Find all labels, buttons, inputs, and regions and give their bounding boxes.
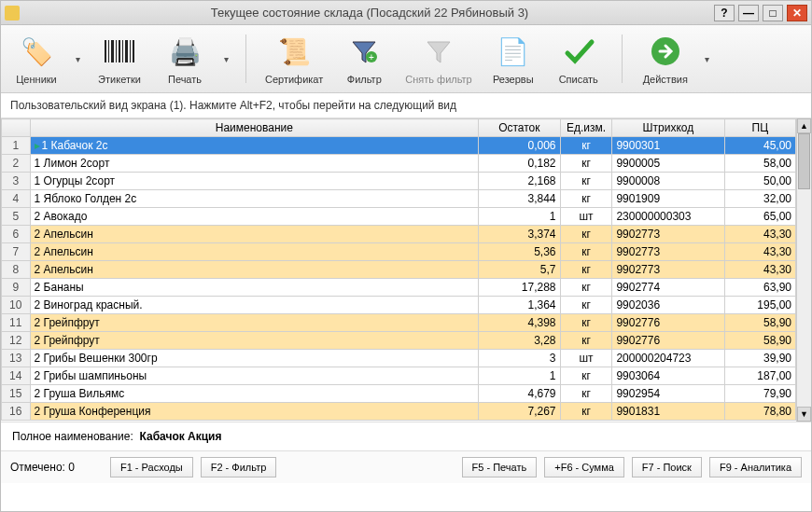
cell-barcode: 9902776 bbox=[612, 314, 724, 332]
col-barcode[interactable]: Штрихкод bbox=[612, 119, 724, 137]
cell-name: 2 Грибы Вешенки 300гр bbox=[30, 350, 479, 367]
cell-name: 2 Виноград красный. bbox=[30, 297, 479, 314]
labels-label: Этикетки bbox=[98, 74, 141, 85]
cell-pc: 39,90 bbox=[724, 350, 795, 367]
col-rownum[interactable] bbox=[2, 119, 31, 137]
reserves-button[interactable]: 📄 Резервы bbox=[485, 31, 541, 87]
fkey-bar: Отмечено: 0 F1 - Расходы F2 - Фильтр F5 … bbox=[1, 450, 811, 483]
app-icon bbox=[5, 6, 20, 21]
scroll-track[interactable] bbox=[797, 133, 811, 407]
cell-barcode: 9903064 bbox=[612, 367, 724, 385]
cell-balance: 17,288 bbox=[479, 279, 560, 297]
toolbar-separator bbox=[245, 35, 246, 83]
scroll-down-button[interactable]: ▼ bbox=[797, 407, 811, 422]
col-name[interactable]: Наименование bbox=[30, 119, 479, 137]
close-button[interactable]: ✕ bbox=[787, 5, 807, 21]
cell-unit: кг bbox=[560, 403, 612, 421]
maximize-button[interactable]: □ bbox=[763, 5, 783, 21]
cell-name: 2 Апельсин bbox=[30, 243, 479, 261]
table-row[interactable]: 72 Апельсин5,36кг990277343,30 bbox=[2, 243, 796, 261]
clear-filter-button[interactable]: Снять фильтр bbox=[401, 31, 475, 87]
f9-button[interactable]: F9 - Аналитика bbox=[709, 457, 802, 477]
col-pc[interactable]: ПЦ bbox=[724, 119, 795, 137]
actions-button[interactable]: Действия bbox=[637, 31, 693, 87]
svg-rect-8 bbox=[133, 40, 134, 62]
table-row[interactable]: 21 Лимон 2сорт0,182кг990000558,00 bbox=[2, 155, 796, 173]
scroll-thumb[interactable] bbox=[798, 133, 810, 189]
labels-button[interactable]: Этикетки bbox=[91, 31, 147, 87]
table-row[interactable]: 102 Виноград красный.1,364кг9902036195,0… bbox=[2, 297, 796, 314]
cell-name: 2 Грибы шампиньоны bbox=[30, 367, 479, 385]
col-balance[interactable]: Остаток bbox=[479, 119, 560, 137]
filter-button[interactable]: + Фильтр bbox=[336, 31, 392, 87]
actions-dropdown[interactable]: ▾ bbox=[703, 54, 711, 64]
cell-pc: 79,90 bbox=[724, 385, 795, 403]
col-unit[interactable]: Ед.изм. bbox=[560, 119, 612, 137]
table-row[interactable]: 82 Апельсин5,7кг990277343,30 bbox=[2, 261, 796, 279]
row-number: 3 bbox=[2, 173, 31, 190]
table-row[interactable]: 1▸1 Кабачок 2с0,006кг990030145,00 bbox=[2, 137, 796, 155]
cell-unit: шт bbox=[560, 208, 612, 226]
print-button[interactable]: 🖨️ Печать bbox=[157, 31, 213, 87]
cell-pc: 78,80 bbox=[724, 403, 795, 421]
f2-button[interactable]: F2 - Фильтр bbox=[201, 457, 277, 477]
table-row[interactable]: 142 Грибы шампиньоны1кг9903064187,00 bbox=[2, 367, 796, 385]
price-tags-dropdown[interactable]: ▾ bbox=[74, 54, 82, 64]
price-tags-button[interactable]: 🏷️ Ценники bbox=[8, 31, 64, 87]
cell-barcode: 9901909 bbox=[612, 190, 724, 208]
cell-balance: 4,398 bbox=[479, 314, 560, 332]
svg-rect-4 bbox=[119, 40, 120, 62]
full-name-value: Кабачок Акция bbox=[140, 430, 222, 443]
svg-rect-7 bbox=[130, 40, 131, 62]
f5-button[interactable]: F5 - Печать bbox=[462, 457, 538, 477]
cell-name: 2 Груша Вильямс bbox=[30, 385, 479, 403]
title-bar: Текущее состояние склада (Посадский 22 Р… bbox=[1, 1, 811, 25]
cell-pc: 65,00 bbox=[724, 208, 795, 226]
table-row[interactable]: 112 Грейпфрут4,398кг990277658,90 bbox=[2, 314, 796, 332]
f1-button[interactable]: F1 - Расходы bbox=[110, 457, 193, 477]
row-number: 13 bbox=[2, 350, 31, 367]
print-dropdown[interactable]: ▾ bbox=[222, 54, 231, 64]
table-row[interactable]: 162 Груша Конференция7,267кг990183178,80 bbox=[2, 403, 796, 421]
cell-pc: 32,00 bbox=[724, 190, 795, 208]
minimize-button[interactable]: — bbox=[738, 5, 759, 21]
price-tags-label: Ценники bbox=[16, 74, 57, 85]
write-off-button[interactable]: Списать bbox=[551, 31, 607, 87]
reserves-icon: 📄 bbox=[495, 33, 532, 70]
write-off-label: Списать bbox=[559, 74, 598, 85]
f6-button[interactable]: +F6 - Сумма bbox=[544, 457, 624, 477]
cell-balance: 1 bbox=[479, 208, 560, 226]
cell-name: 2 Грейпфрут bbox=[30, 314, 479, 332]
cell-unit: кг bbox=[560, 385, 612, 403]
table-row[interactable]: 152 Груша Вильямс4,679кг990295479,90 bbox=[2, 385, 796, 403]
certificate-button[interactable]: 📜 Сертификат bbox=[261, 31, 327, 87]
cell-pc: 43,30 bbox=[724, 243, 795, 261]
table-row[interactable]: 62 Апельсин3,374кг990277343,30 bbox=[2, 226, 796, 243]
f7-button[interactable]: F7 - Поиск bbox=[632, 457, 702, 477]
cell-name: 2 Бананы bbox=[30, 279, 479, 297]
row-number: 16 bbox=[2, 403, 31, 421]
table-row[interactable]: 92 Бананы17,288кг990277463,90 bbox=[2, 279, 796, 297]
cell-pc: 45,00 bbox=[724, 137, 795, 155]
funnel-icon: + bbox=[345, 33, 383, 70]
cell-unit: кг bbox=[560, 137, 612, 155]
cell-balance: 0,006 bbox=[479, 137, 560, 155]
vertical-scrollbar[interactable]: ▲ ▼ bbox=[796, 118, 811, 422]
cell-pc: 43,30 bbox=[724, 226, 795, 243]
reserves-label: Резервы bbox=[493, 74, 534, 85]
cell-pc: 43,30 bbox=[724, 261, 795, 279]
cell-name: 1 Лимон 2сорт bbox=[30, 155, 479, 173]
table-row[interactable]: 31 Огурцы 2сорт2,168кг990000850,00 bbox=[2, 173, 796, 190]
table-row[interactable]: 132 Грибы Вешенки 300гр3шт20000020472339… bbox=[2, 350, 796, 367]
table-row[interactable]: 122 Грейпфрут3,28кг990277658,90 bbox=[2, 332, 796, 350]
cell-barcode: 200000204723 bbox=[612, 350, 724, 367]
help-button[interactable]: ? bbox=[714, 5, 735, 21]
cell-balance: 5,7 bbox=[479, 261, 560, 279]
table-row[interactable]: 41 Яблоко Голден 2с3,844кг990190932,00 bbox=[2, 190, 796, 208]
cell-balance: 5,36 bbox=[479, 243, 560, 261]
table-row[interactable]: 52 Авокадо1шт23000000030365,00 bbox=[2, 208, 796, 226]
certificate-label: Сертификат bbox=[265, 74, 323, 85]
cell-barcode: 9901831 bbox=[612, 403, 724, 421]
data-grid[interactable]: Наименование Остаток Ед.изм. Штрихкод ПЦ… bbox=[1, 118, 796, 422]
scroll-up-button[interactable]: ▲ bbox=[797, 118, 811, 133]
